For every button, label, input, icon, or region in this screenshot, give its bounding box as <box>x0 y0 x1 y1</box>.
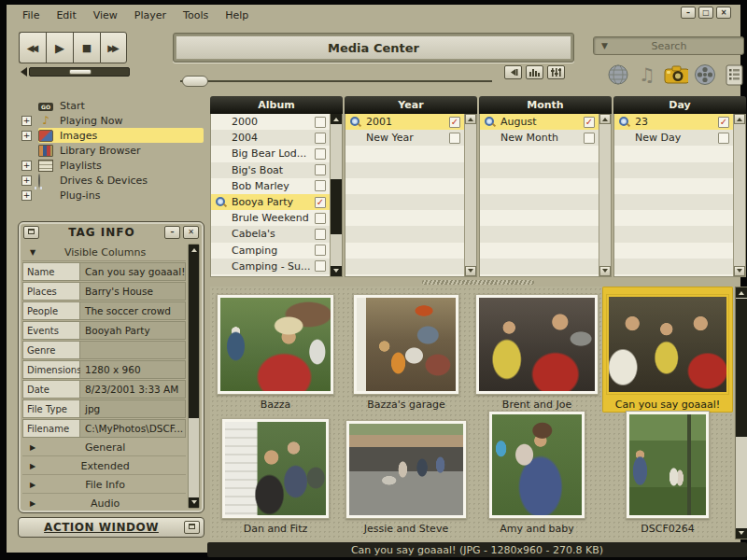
tree-item-drives-devices[interactable]: + Drives & Devices <box>14 173 205 188</box>
checkbox-checked[interactable]: ✓ <box>315 197 326 208</box>
next-button[interactable]: ▶▶ <box>100 32 127 63</box>
thumbnail-dan-and-fitz[interactable]: Dan and Fitz <box>210 413 341 537</box>
expand-icon[interactable]: + <box>21 190 32 201</box>
tag-section-audio[interactable]: ▶ Audio <box>22 495 186 509</box>
search-box[interactable]: ▼ Search <box>593 36 744 55</box>
list-item-selected[interactable]: 2001✓ <box>345 114 464 130</box>
checkbox[interactable] <box>315 229 326 240</box>
thumbnail-brent-and-joe[interactable]: Brent and Joe <box>472 287 602 413</box>
scroll-down-icon[interactable] <box>189 497 199 508</box>
album-column-header[interactable]: Album <box>210 96 343 114</box>
scroll-up-icon[interactable] <box>736 287 747 298</box>
checkbox[interactable] <box>315 260 326 272</box>
list-item[interactable]: New Year <box>345 130 464 146</box>
list-item-selected[interactable]: August✓ <box>480 114 599 130</box>
video-reel-icon[interactable] <box>693 62 717 88</box>
tree-item-images[interactable]: + Images <box>14 128 205 143</box>
year-column-header[interactable]: Year <box>345 96 477 114</box>
list-item[interactable]: Bob Marley <box>211 178 330 194</box>
checkbox[interactable] <box>315 148 326 160</box>
visible-columns-row[interactable]: ▼ Visible Columns <box>22 244 186 261</box>
play-button[interactable]: ▶ <box>46 32 73 63</box>
maximize-button[interactable]: □ <box>698 7 713 19</box>
thumbnail-dscf0264[interactable]: DSCF0264 <box>602 413 733 537</box>
list-item[interactable]: Camping - Su... <box>211 259 330 274</box>
seek-bar[interactable] <box>180 76 492 87</box>
pane-splitter[interactable] <box>210 278 746 286</box>
thumbnail-bazzas-garage[interactable]: Bazza's garage <box>341 287 472 413</box>
list-item[interactable]: 2000 <box>211 114 330 130</box>
checkbox[interactable] <box>718 133 729 144</box>
search-dropdown-chevron-icon[interactable]: ▼ <box>601 41 608 50</box>
mini-mode-button[interactable] <box>504 65 522 79</box>
list-item-selected[interactable]: Booya Party✓ <box>211 194 330 210</box>
action-window-popup-button[interactable] <box>184 521 200 534</box>
tree-item-playing-now[interactable]: + ♪ Playing Now <box>14 113 205 128</box>
thumbnail-scrollbar[interactable] <box>735 287 747 539</box>
playlist-doc-icon[interactable] <box>722 62 746 88</box>
list-item-selected[interactable]: 23✓ <box>614 114 733 130</box>
undock-button[interactable] <box>23 226 39 239</box>
menu-help[interactable]: Help <box>217 7 257 24</box>
equalizer-button[interactable] <box>526 65 543 79</box>
tag-section-extended[interactable]: ▶ Extended <box>22 457 186 475</box>
tree-item-playlists[interactable]: + Playlists <box>14 158 205 173</box>
menu-edit[interactable]: Edit <box>48 7 84 24</box>
scrollbar-thumb[interactable] <box>736 299 747 437</box>
list-item[interactable]: Big's Boat <box>211 162 330 178</box>
tag-info-scrollbar[interactable] <box>188 244 200 509</box>
tree-item-plug-ins[interactable]: + Plug-ins <box>14 188 205 203</box>
expand-icon[interactable]: + <box>21 161 32 171</box>
day-scrollbar[interactable] <box>733 114 745 276</box>
scroll-up-icon[interactable] <box>189 245 199 255</box>
stop-button[interactable]: ■ <box>73 32 100 63</box>
checkbox-checked[interactable]: ✓ <box>718 117 729 128</box>
list-item[interactable]: New Day <box>614 130 733 146</box>
list-item[interactable]: Camping <box>211 243 330 259</box>
checkbox[interactable] <box>315 245 326 256</box>
scrollbar-thumb[interactable] <box>331 179 342 234</box>
checkbox[interactable] <box>315 180 326 191</box>
scroll-down-icon[interactable] <box>465 266 476 276</box>
thumbnail-amy-and-baby[interactable]: Amy and baby <box>472 413 602 537</box>
checkbox[interactable] <box>449 133 460 144</box>
expand-icon[interactable]: + <box>21 131 32 141</box>
checkbox[interactable] <box>315 213 326 224</box>
seek-handle[interactable] <box>182 76 208 87</box>
action-window-button[interactable]: ACTION WINDOW <box>18 517 204 538</box>
menu-player[interactable]: Player <box>126 7 175 24</box>
list-item[interactable]: 2004 <box>211 130 330 146</box>
list-item[interactable]: Cabela's <box>211 226 330 242</box>
thumbnail-bazza[interactable]: Bazza <box>210 287 341 413</box>
list-item[interactable]: New Month <box>480 130 599 146</box>
scroll-down-icon[interactable] <box>736 528 747 539</box>
scroll-up-icon[interactable] <box>331 114 342 124</box>
previous-button[interactable]: ◀◀ <box>19 32 46 63</box>
tag-minimize-button[interactable]: – <box>164 226 180 239</box>
dsp-settings-button[interactable] <box>547 65 565 79</box>
expand-icon[interactable]: + <box>21 116 32 126</box>
web-media-icon[interactable] <box>606 62 630 88</box>
images-camera-icon[interactable] <box>664 62 688 88</box>
year-scrollbar[interactable] <box>464 114 476 276</box>
checkbox[interactable] <box>315 164 326 175</box>
volume-slider[interactable] <box>29 67 130 77</box>
scroll-down-icon[interactable] <box>599 266 611 276</box>
close-button[interactable]: × <box>716 7 731 19</box>
scroll-down-icon[interactable] <box>734 266 745 276</box>
audio-icon[interactable]: ♫ <box>635 62 659 88</box>
month-scrollbar[interactable] <box>599 114 611 276</box>
list-item[interactable]: Brule Weekend <box>211 210 330 226</box>
checkbox[interactable] <box>315 117 326 128</box>
menu-tools[interactable]: Tools <box>175 7 217 24</box>
expand-icon[interactable]: + <box>21 175 32 186</box>
scroll-up-icon[interactable] <box>734 114 745 124</box>
tree-item-start[interactable]: GO Start <box>14 98 205 113</box>
checkbox[interactable] <box>315 133 326 144</box>
thumbnail-jessie-and-steve[interactable]: Jessie and Steve <box>341 413 472 537</box>
volume-handle[interactable] <box>69 69 92 75</box>
day-column-header[interactable]: Day <box>613 96 746 114</box>
tree-item-library-browser[interactable]: Library Browser <box>14 143 205 158</box>
month-column-header[interactable]: Month <box>479 96 612 114</box>
list-item[interactable]: Big Bear Lod... <box>211 146 330 161</box>
